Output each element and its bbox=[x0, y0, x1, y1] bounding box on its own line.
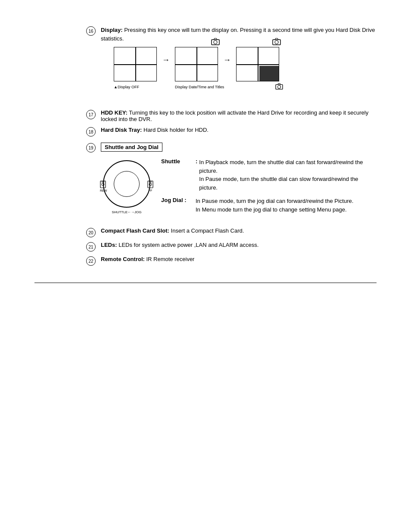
diagram2-label: Display Date/Time and Titles bbox=[175, 85, 224, 89]
display-bold-label: Display: bbox=[101, 27, 123, 33]
svg-point-7 bbox=[102, 183, 104, 186]
leds-bold-label: LEDs: bbox=[101, 242, 117, 248]
section-body-hdd-key: HDD KEY: Turning this key to the lock po… bbox=[101, 109, 377, 122]
section-hard-disk-tray: 18 Hard Disk Tray: Hard Disk holder for … bbox=[86, 127, 377, 137]
section-hdd-key: 17 HDD KEY: Turning this key to the lock… bbox=[86, 109, 377, 122]
diagram3-container bbox=[236, 47, 279, 81]
section-remote-control: 22 Remote Control: IR Remote receiver bbox=[86, 256, 377, 266]
svg-point-5 bbox=[277, 85, 280, 88]
camera-icon-3 bbox=[275, 83, 283, 91]
jog-row: Jog Dial : In Pause mode, turn the jog d… bbox=[161, 197, 377, 214]
section-compact-flash: 20 Compact Flash Card Slot: Insert a Com… bbox=[86, 227, 377, 237]
section-number-20: 20 bbox=[86, 228, 96, 237]
shuttle-colon: : bbox=[196, 158, 197, 165]
diagram-box-3 bbox=[236, 47, 279, 81]
spacer-diagrams bbox=[86, 96, 377, 109]
bottom-line bbox=[34, 283, 377, 283]
svg-rect-6 bbox=[100, 181, 106, 188]
svg-rect-11 bbox=[149, 181, 152, 182]
jog-desc: In Pause mode, turn the jog dial can for… bbox=[196, 197, 377, 214]
camera-icon-2 bbox=[272, 37, 281, 47]
diagram2-vline bbox=[196, 47, 197, 81]
compact-flash-bold-label: Compact Flash Card Slot: bbox=[101, 227, 169, 234]
jog-term: Jog Dial : bbox=[161, 197, 196, 203]
hard-disk-tray-description: Hard Disk holder for HDD. bbox=[143, 127, 209, 133]
section-body-remote-control: Remote Control: IR Remote receiver bbox=[101, 256, 377, 262]
diagram1-vline bbox=[135, 47, 136, 81]
svg-point-3 bbox=[275, 40, 278, 44]
diagram1-label: ▲Display OFF bbox=[114, 85, 139, 89]
jog-desc-2: In Menu mode turn the jog dial to change… bbox=[196, 206, 347, 213]
diagram3-vline bbox=[258, 47, 258, 81]
diagram2-lines bbox=[175, 47, 218, 81]
shuttle-content: REW FF SHUTTLE←→JOG bbox=[101, 158, 377, 219]
remote-control-description: IR Remote receiver bbox=[146, 256, 194, 262]
dial-label-right: FF bbox=[147, 180, 153, 192]
shuttle-desc-1: In Playback mode, turn the shuttle dial … bbox=[199, 159, 363, 174]
section-number-22: 22 bbox=[86, 256, 96, 266]
section-number-19: 19 bbox=[86, 143, 96, 152]
shuttle-desc-2: In Pause mode, turn the shuttle dial can… bbox=[199, 176, 358, 191]
section-body-leds: LEDs: LEDs for system active power ,LAN … bbox=[101, 242, 377, 248]
shuttle-term: Shuttle bbox=[161, 158, 196, 165]
inner-circle bbox=[114, 171, 140, 197]
diagram-box-2 bbox=[175, 47, 218, 81]
section-body-display: Display: Pressing this key once will tur… bbox=[101, 26, 377, 88]
compact-flash-description: Insert a Compact Flash Card. bbox=[171, 227, 244, 234]
display-diagrams: ▲Display OFF → bbox=[114, 47, 377, 81]
dial-diagram: REW FF SHUTTLE←→JOG bbox=[101, 158, 153, 214]
camera-icon-1 bbox=[211, 37, 220, 47]
diagram-box-1 bbox=[114, 47, 157, 81]
display-text: Display: Pressing this key once will tur… bbox=[101, 26, 377, 43]
dial-label-left: REW bbox=[100, 180, 107, 192]
section-leds: 21 LEDs: LEDs for system active power ,L… bbox=[86, 242, 377, 252]
hdd-key-description: Turning this key to the lock position wi… bbox=[101, 109, 368, 122]
jog-desc-1: In Pause mode, turn the jog dial can for… bbox=[196, 198, 353, 204]
diagram2-container: Display Date/Time and Titles bbox=[175, 47, 218, 81]
svg-point-1 bbox=[214, 40, 217, 44]
section-number-17: 17 bbox=[86, 110, 96, 119]
arrow-2: → bbox=[223, 56, 231, 65]
shuttle-jog-box-label: Shuttle and Jog Dial bbox=[101, 143, 162, 152]
section-number-21: 21 bbox=[86, 242, 96, 252]
section-body-hard-disk-tray: Hard Disk Tray: Hard Disk holder for HDD… bbox=[101, 127, 377, 133]
diagram1-lines bbox=[114, 47, 156, 81]
dark-block bbox=[259, 66, 279, 81]
arrow-1: → bbox=[162, 56, 170, 65]
section-body-shuttle-jog: Shuttle and Jog Dial REW bbox=[101, 143, 377, 219]
svg-point-10 bbox=[149, 183, 152, 186]
display-description: Pressing this key once will turn the dis… bbox=[101, 27, 375, 42]
hdd-key-bold-label: HDD KEY: bbox=[101, 109, 128, 116]
section-number-16: 16 bbox=[86, 26, 96, 36]
hard-disk-tray-bold-label: Hard Disk Tray: bbox=[101, 127, 142, 133]
section-body-compact-flash: Compact Flash Card Slot: Insert a Compac… bbox=[101, 227, 377, 234]
diagram1-container: ▲Display OFF bbox=[114, 47, 157, 81]
shuttle-desc: In Playback mode, turn the shuttle dial … bbox=[199, 158, 377, 192]
leds-description: LEDs for system active power ,LAN and AL… bbox=[118, 242, 258, 248]
shuttle-descriptions: Shuttle : In Playback mode, turn the shu… bbox=[161, 158, 377, 219]
shuttle-row: Shuttle : In Playback mode, turn the shu… bbox=[161, 158, 377, 192]
section-shuttle-jog: 19 Shuttle and Jog Dial REW bbox=[86, 143, 377, 219]
section-display: 16 Display: Pressing this key once will … bbox=[86, 26, 377, 88]
remote-control-bold-label: Remote Control: bbox=[101, 256, 145, 262]
page-content: 16 Display: Pressing this key once will … bbox=[0, 0, 411, 296]
section-number-18: 18 bbox=[86, 127, 96, 137]
svg-rect-9 bbox=[148, 181, 153, 188]
svg-rect-8 bbox=[102, 181, 104, 182]
dial-bottom-label: SHUTTLE←→JOG bbox=[101, 210, 153, 214]
